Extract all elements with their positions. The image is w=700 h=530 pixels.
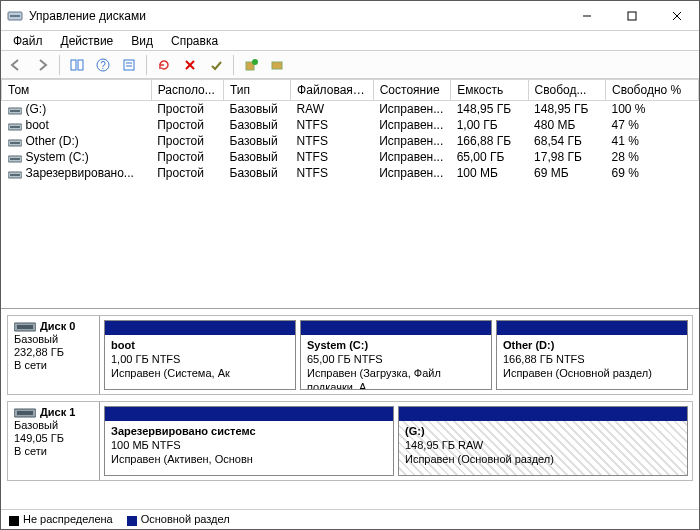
vol-layout: Простой bbox=[151, 117, 223, 133]
partition-header-bar bbox=[301, 321, 491, 335]
col-state[interactable]: Состояние bbox=[373, 80, 450, 101]
vol-type: Базовый bbox=[224, 117, 291, 133]
partition-state: Исправен (Основной раздел) bbox=[503, 366, 681, 380]
partition-name: System (C:) bbox=[307, 338, 485, 352]
attach-vhd-button[interactable] bbox=[266, 54, 288, 76]
partition[interactable]: (G:)148,95 ГБ RAWИсправен (Основной разд… bbox=[398, 406, 688, 476]
volume-table: Том Располо... Тип Файловая с... Состоян… bbox=[1, 79, 699, 181]
vol-name: Other (D:) bbox=[26, 134, 79, 148]
partition-size: 100 МБ NTFS bbox=[111, 438, 387, 452]
volume-list[interactable]: Том Располо... Тип Файловая с... Состоян… bbox=[1, 79, 699, 309]
partition[interactable]: Other (D:)166,88 ГБ NTFSИсправен (Основн… bbox=[496, 320, 688, 390]
vol-layout: Простой bbox=[151, 165, 223, 181]
svg-rect-29 bbox=[17, 325, 33, 329]
partition-body: boot1,00 ГБ NTFSИсправен (Система, Ак bbox=[105, 335, 295, 389]
blue-swatch-icon bbox=[127, 516, 137, 526]
app-icon bbox=[7, 8, 23, 24]
vol-capacity: 1,00 ГБ bbox=[451, 117, 528, 133]
vol-type: Базовый bbox=[224, 101, 291, 118]
svg-line-5 bbox=[673, 12, 681, 20]
svg-rect-1 bbox=[10, 15, 20, 17]
column-headers[interactable]: Том Располо... Тип Файловая с... Состоян… bbox=[2, 80, 699, 101]
vol-layout: Простой bbox=[151, 149, 223, 165]
partition-state: Исправен (Основной раздел) bbox=[405, 452, 681, 466]
vol-fs: NTFS bbox=[291, 149, 374, 165]
col-freepct[interactable]: Свободно % bbox=[606, 80, 699, 101]
delete-button[interactable] bbox=[179, 54, 201, 76]
partition-size: 148,95 ГБ RAW bbox=[405, 438, 681, 452]
vol-layout: Простой bbox=[151, 101, 223, 118]
toolbar-sep bbox=[146, 55, 147, 75]
vol-freepct: 41 % bbox=[606, 133, 699, 149]
svg-rect-3 bbox=[628, 12, 636, 20]
volume-icon bbox=[8, 121, 22, 131]
partition-state: Исправен (Активен, Основн bbox=[111, 452, 387, 466]
partition[interactable]: boot1,00 ГБ NTFSИсправен (Система, Ак bbox=[104, 320, 296, 390]
col-fs[interactable]: Файловая с... bbox=[291, 80, 374, 101]
minimize-button[interactable] bbox=[564, 1, 609, 30]
partition-name: Other (D:) bbox=[503, 338, 681, 352]
table-row[interactable]: (G:)ПростойБазовыйRAWИсправен...148,95 Г… bbox=[2, 101, 699, 118]
maximize-button[interactable] bbox=[609, 1, 654, 30]
disk-row: Диск 0Базовый232,88 ГБВ сетиboot1,00 ГБ … bbox=[7, 315, 693, 395]
partition-state: Исправен (Загрузка, Файл подкачки, А bbox=[307, 366, 485, 389]
vol-capacity: 100 МБ bbox=[451, 165, 528, 181]
svg-point-16 bbox=[252, 59, 258, 65]
properties-button[interactable] bbox=[118, 54, 140, 76]
table-row[interactable]: Зарезервировано...ПростойБазовыйNTFSИспр… bbox=[2, 165, 699, 181]
col-layout[interactable]: Располо... bbox=[151, 80, 223, 101]
table-row[interactable]: System (C:)ПростойБазовыйNTFSИсправен...… bbox=[2, 149, 699, 165]
svg-rect-6 bbox=[71, 60, 76, 70]
forward-button[interactable] bbox=[31, 54, 53, 76]
vol-state: Исправен... bbox=[373, 165, 450, 181]
legend: Не распределена Основной раздел bbox=[1, 509, 699, 529]
disk-label[interactable]: Диск 0Базовый232,88 ГБВ сети bbox=[8, 316, 100, 394]
toolbar: ? bbox=[1, 51, 699, 79]
vol-name: Зарезервировано... bbox=[26, 166, 134, 180]
disk-type: Базовый bbox=[14, 333, 93, 345]
col-free[interactable]: Свобод... bbox=[528, 80, 605, 101]
legend-unallocated: Не распределена bbox=[9, 513, 113, 525]
menu-view[interactable]: Вид bbox=[123, 33, 161, 49]
svg-line-4 bbox=[673, 12, 681, 20]
content: Том Располо... Тип Файловая с... Состоян… bbox=[1, 79, 699, 529]
partition[interactable]: System (C:)65,00 ГБ NTFSИсправен (Загруз… bbox=[300, 320, 492, 390]
back-button[interactable] bbox=[5, 54, 27, 76]
menu-action[interactable]: Действие bbox=[53, 33, 122, 49]
disk-label[interactable]: Диск 1Базовый149,05 ГБВ сети bbox=[8, 402, 100, 480]
menu-file[interactable]: Файл bbox=[5, 33, 51, 49]
table-row[interactable]: bootПростойБазовыйNTFSИсправен...1,00 ГБ… bbox=[2, 117, 699, 133]
svg-rect-17 bbox=[272, 62, 282, 69]
menu-help[interactable]: Справка bbox=[163, 33, 226, 49]
col-capacity[interactable]: Емкость bbox=[451, 80, 528, 101]
refresh-button[interactable] bbox=[153, 54, 175, 76]
window-buttons bbox=[564, 1, 699, 30]
vol-type: Базовый bbox=[224, 133, 291, 149]
close-button[interactable] bbox=[654, 1, 699, 30]
vol-capacity: 65,00 ГБ bbox=[451, 149, 528, 165]
view-toggle-button[interactable] bbox=[66, 54, 88, 76]
partition-container: Зарезервировано системс100 МБ NTFSИсправ… bbox=[100, 402, 692, 480]
disk-icon bbox=[14, 408, 36, 418]
vol-type: Базовый bbox=[224, 165, 291, 181]
vol-type: Базовый bbox=[224, 149, 291, 165]
vol-capacity: 148,95 ГБ bbox=[451, 101, 528, 118]
apply-button[interactable] bbox=[205, 54, 227, 76]
volume-icon bbox=[8, 153, 22, 163]
partition[interactable]: Зарезервировано системс100 МБ NTFSИсправ… bbox=[104, 406, 394, 476]
help-button[interactable]: ? bbox=[92, 54, 114, 76]
col-type[interactable]: Тип bbox=[224, 80, 291, 101]
new-volume-button[interactable] bbox=[240, 54, 262, 76]
vol-free: 148,95 ГБ bbox=[528, 101, 605, 118]
disk-icon bbox=[14, 322, 36, 332]
partition-container: boot1,00 ГБ NTFSИсправен (Система, АкSys… bbox=[100, 316, 692, 394]
vol-layout: Простой bbox=[151, 133, 223, 149]
partition-body: Other (D:)166,88 ГБ NTFSИсправен (Основн… bbox=[497, 335, 687, 389]
partition-header-bar bbox=[497, 321, 687, 335]
svg-rect-25 bbox=[10, 158, 20, 160]
vol-fs: NTFS bbox=[291, 117, 374, 133]
col-tom[interactable]: Том bbox=[2, 80, 152, 101]
toolbar-sep bbox=[233, 55, 234, 75]
table-row[interactable]: Other (D:)ПростойБазовыйNTFSИсправен...1… bbox=[2, 133, 699, 149]
vol-fs: RAW bbox=[291, 101, 374, 118]
